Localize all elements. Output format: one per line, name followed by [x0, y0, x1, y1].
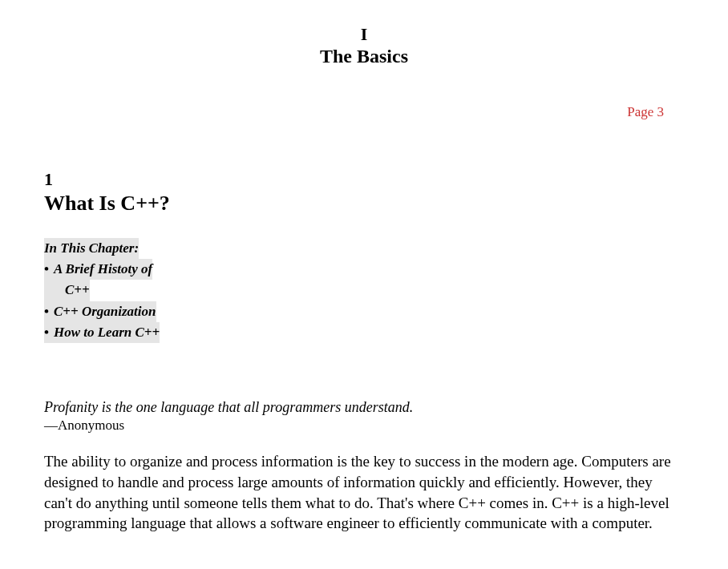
- in-this-chapter-heading: In This Chapter:: [44, 240, 139, 256]
- in-this-chapter-item: C++ Organization: [44, 304, 156, 319]
- in-this-chapter-item: How to Learn C++: [44, 325, 160, 340]
- in-this-chapter-block: In This Chapter: A Brief Histoty of C++ …: [44, 238, 681, 344]
- content-area: 1 What Is C++? In This Chapter: A Brief …: [44, 168, 681, 534]
- epigraph: Profanity is the one language that all p…: [44, 399, 681, 434]
- in-this-chapter-item-cont: C++: [65, 282, 90, 297]
- part-number: I: [0, 24, 728, 45]
- page-number: Page 3: [627, 104, 664, 120]
- body-paragraph: The ability to organize and process info…: [44, 451, 681, 534]
- epigraph-quote: Profanity is the one language that all p…: [44, 399, 681, 416]
- part-heading: I The Basics: [0, 0, 728, 68]
- epigraph-attribution: —Anonymous: [44, 418, 681, 434]
- chapter-title: What Is C++?: [44, 192, 681, 216]
- chapter-number: 1: [44, 168, 681, 192]
- part-title: The Basics: [0, 45, 728, 68]
- in-this-chapter-item: A Brief Histoty of: [44, 261, 152, 276]
